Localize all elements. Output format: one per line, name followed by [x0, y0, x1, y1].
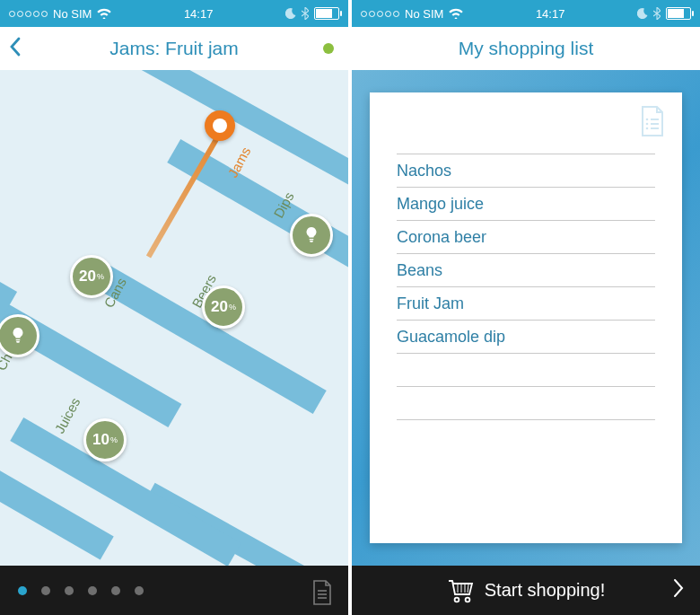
clock-label: 14:17	[184, 7, 214, 21]
bluetooth-icon	[653, 7, 661, 20]
discount-badge-juices[interactable]: 10%	[83, 418, 127, 461]
page-title: My shopping list	[459, 38, 594, 59]
wifi-icon	[97, 8, 111, 19]
title-item: Fruit jam	[165, 38, 239, 58]
aisle-label-juices: Juices	[51, 395, 83, 436]
badge-value: 20	[79, 268, 96, 286]
badge-value: 10	[92, 431, 109, 449]
lightbulb-icon	[8, 326, 28, 346]
battery-icon	[314, 7, 339, 20]
list-item-label: Corona beer	[397, 228, 486, 247]
status-bar: No SIM 14:17	[0, 0, 348, 27]
badge-value: 20	[211, 298, 228, 316]
percent-icon: %	[97, 272, 104, 281]
nav-bar: Jams: Fruit jam	[0, 27, 348, 71]
cta-label: Start shopping!	[485, 580, 606, 601]
svg-point-14	[454, 597, 459, 602]
carrier-label: No SIM	[53, 7, 92, 21]
signal-icon	[9, 11, 48, 17]
page-dot[interactable]	[18, 586, 27, 595]
notes-button[interactable]	[311, 579, 334, 606]
page-dot[interactable]	[111, 586, 120, 595]
list-item-empty[interactable]	[397, 354, 655, 386]
svg-point-5	[646, 123, 649, 126]
aisle-label-jams: Jams	[224, 145, 253, 180]
lightbulb-icon	[302, 225, 321, 245]
page-title: Jams: Fruit jam	[109, 38, 239, 59]
list-item-label: Mango juice	[397, 195, 484, 214]
list-item-label: Beans	[397, 261, 442, 280]
status-bar: No SIM 14:17	[352, 0, 700, 27]
left-screen: No SIM 14:17 Jams: Fruit jam	[0, 0, 348, 615]
destination-marker[interactable]	[205, 110, 235, 141]
page-indicator	[0, 566, 348, 615]
list-item[interactable]: Guacamole dip	[397, 321, 655, 353]
list-item-label: Guacamole dip	[397, 328, 505, 347]
list-item-label: Nachos	[397, 162, 451, 180]
map-aisle	[0, 202, 17, 315]
list-item[interactable]: Mango juice	[397, 188, 655, 220]
list-item[interactable]: Corona beer	[397, 221, 655, 253]
tip-marker-dips[interactable]	[290, 214, 333, 257]
clock-label: 14:17	[536, 7, 565, 21]
list-item[interactable]: Beans	[397, 254, 655, 286]
start-shopping-button[interactable]: Start shopping!	[352, 566, 700, 615]
cart-icon	[447, 578, 476, 603]
moon-icon	[637, 8, 648, 19]
list-item[interactable]: Fruit Jam	[397, 287, 655, 320]
right-screen: No SIM 14:17 My shopping list Nachos	[352, 0, 700, 615]
svg-point-7	[646, 127, 649, 130]
shopping-list-panel: Nachos Mango juice Corona beer Beans Fru…	[352, 70, 700, 566]
page-dot[interactable]	[65, 586, 74, 595]
bluetooth-icon	[302, 7, 309, 20]
percent-icon: %	[110, 435, 118, 444]
carrier-label: No SIM	[405, 7, 443, 21]
percent-icon: %	[229, 303, 236, 312]
discount-badge-beers[interactable]: 20%	[202, 286, 245, 329]
chevron-right-icon	[673, 578, 684, 598]
page-dot[interactable]	[41, 586, 50, 595]
shopping-list-card: Nachos Mango juice Corona beer Beans Fru…	[370, 92, 682, 543]
list-item-empty[interactable]	[397, 387, 655, 419]
document-icon	[639, 105, 666, 137]
page-dot[interactable]	[135, 586, 144, 595]
wifi-icon	[449, 8, 463, 19]
status-dot	[323, 43, 334, 54]
list-item[interactable]: Nachos	[397, 154, 655, 187]
store-map[interactable]: Jams Dips Cans Beers Chips Juices 20% 20…	[0, 70, 348, 566]
nav-bar: My shopping list	[352, 27, 700, 71]
battery-icon	[666, 7, 691, 20]
page-dot[interactable]	[88, 586, 97, 595]
discount-badge-cans[interactable]: 20%	[70, 255, 113, 298]
signal-icon	[361, 11, 399, 17]
map-wall	[0, 70, 348, 192]
title-category: Jams:	[109, 38, 160, 58]
svg-point-3	[646, 119, 649, 121]
moon-icon	[285, 8, 296, 19]
tip-marker-chips[interactable]	[0, 314, 39, 357]
svg-point-15	[465, 597, 469, 602]
svg-line-13	[468, 584, 468, 593]
back-button[interactable]	[9, 36, 22, 57]
list-item-label: Fruit Jam	[397, 294, 464, 313]
